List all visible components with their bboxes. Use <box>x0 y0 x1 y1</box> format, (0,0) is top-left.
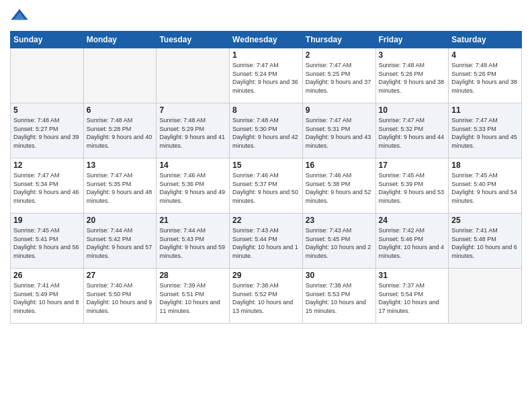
calendar-cell: 29Sunrise: 7:38 AM Sunset: 5:52 PM Dayli… <box>230 269 303 324</box>
calendar-cell: 19Sunrise: 7:45 AM Sunset: 5:41 PM Dayli… <box>11 214 84 269</box>
day-detail: Sunrise: 7:47 AM Sunset: 5:31 PM Dayligh… <box>306 116 373 150</box>
calendar-cell: 23Sunrise: 7:43 AM Sunset: 5:45 PM Dayli… <box>302 214 375 269</box>
day-number: 11 <box>451 105 519 115</box>
day-number: 4 <box>451 50 519 60</box>
calendar-cell: 18Sunrise: 7:45 AM Sunset: 5:40 PM Dayli… <box>449 158 522 214</box>
day-detail: Sunrise: 7:46 AM Sunset: 5:36 PM Dayligh… <box>159 171 226 205</box>
day-number: 8 <box>232 105 300 115</box>
day-number: 31 <box>379 271 446 280</box>
day-detail: Sunrise: 7:47 AM Sunset: 5:25 PM Dayligh… <box>306 61 373 95</box>
day-number: 21 <box>159 216 226 225</box>
day-number: 27 <box>87 271 154 280</box>
day-detail: Sunrise: 7:48 AM Sunset: 5:26 PM Dayligh… <box>451 61 519 95</box>
calendar-cell: 21Sunrise: 7:44 AM Sunset: 5:43 PM Dayli… <box>157 214 230 269</box>
logo-icon <box>10 7 29 26</box>
header <box>10 7 522 26</box>
calendar-cell: 7Sunrise: 7:48 AM Sunset: 5:29 PM Daylig… <box>157 103 230 158</box>
day-detail: Sunrise: 7:43 AM Sunset: 5:45 PM Dayligh… <box>306 226 373 260</box>
logo <box>10 7 32 26</box>
calendar-cell: 5Sunrise: 7:48 AM Sunset: 5:27 PM Daylig… <box>11 103 84 158</box>
day-number: 28 <box>159 271 226 280</box>
day-detail: Sunrise: 7:47 AM Sunset: 5:24 PM Dayligh… <box>232 61 300 95</box>
day-detail: Sunrise: 7:46 AM Sunset: 5:38 PM Dayligh… <box>306 171 373 205</box>
calendar-cell <box>449 269 522 324</box>
day-number: 15 <box>232 161 300 170</box>
day-detail: Sunrise: 7:42 AM Sunset: 5:46 PM Dayligh… <box>379 226 446 260</box>
weekday-header-saturday: Saturday <box>449 32 522 48</box>
day-detail: Sunrise: 7:47 AM Sunset: 5:35 PM Dayligh… <box>87 171 154 205</box>
week-row-2: 12Sunrise: 7:47 AM Sunset: 5:34 PM Dayli… <box>11 158 522 214</box>
day-detail: Sunrise: 7:38 AM Sunset: 5:53 PM Dayligh… <box>306 281 373 315</box>
weekday-header-thursday: Thursday <box>302 32 375 48</box>
day-detail: Sunrise: 7:48 AM Sunset: 5:26 PM Dayligh… <box>379 61 446 95</box>
day-number: 9 <box>306 105 373 115</box>
calendar-cell: 8Sunrise: 7:48 AM Sunset: 5:30 PM Daylig… <box>230 103 303 158</box>
week-row-1: 5Sunrise: 7:48 AM Sunset: 5:27 PM Daylig… <box>11 103 522 158</box>
calendar-cell: 4Sunrise: 7:48 AM Sunset: 5:26 PM Daylig… <box>449 48 522 103</box>
day-number: 17 <box>379 161 446 170</box>
day-number: 12 <box>13 161 81 170</box>
day-number: 10 <box>379 105 446 115</box>
calendar-cell: 12Sunrise: 7:47 AM Sunset: 5:34 PM Dayli… <box>11 158 84 214</box>
calendar-cell: 25Sunrise: 7:41 AM Sunset: 5:48 PM Dayli… <box>449 214 522 269</box>
day-number: 26 <box>13 271 81 280</box>
calendar-cell: 15Sunrise: 7:46 AM Sunset: 5:37 PM Dayli… <box>230 158 303 214</box>
day-detail: Sunrise: 7:45 AM Sunset: 5:41 PM Dayligh… <box>13 226 81 260</box>
weekday-header-sunday: Sunday <box>11 32 84 48</box>
day-number: 2 <box>306 50 373 60</box>
weekday-header-friday: Friday <box>375 32 449 48</box>
calendar-cell: 26Sunrise: 7:41 AM Sunset: 5:49 PM Dayli… <box>11 269 84 324</box>
day-number: 24 <box>379 216 446 225</box>
calendar-cell: 11Sunrise: 7:47 AM Sunset: 5:33 PM Dayli… <box>449 103 522 158</box>
calendar-cell: 28Sunrise: 7:39 AM Sunset: 5:51 PM Dayli… <box>157 269 230 324</box>
calendar-cell <box>83 48 157 103</box>
day-detail: Sunrise: 7:43 AM Sunset: 5:44 PM Dayligh… <box>232 226 300 260</box>
day-detail: Sunrise: 7:39 AM Sunset: 5:51 PM Dayligh… <box>159 281 226 315</box>
weekday-header-row: SundayMondayTuesdayWednesdayThursdayFrid… <box>11 32 522 48</box>
weekday-header-monday: Monday <box>83 32 157 48</box>
calendar-cell: 2Sunrise: 7:47 AM Sunset: 5:25 PM Daylig… <box>302 48 375 103</box>
day-detail: Sunrise: 7:41 AM Sunset: 5:49 PM Dayligh… <box>13 281 81 315</box>
day-number: 13 <box>87 161 154 170</box>
weekday-header-tuesday: Tuesday <box>157 32 230 48</box>
day-number: 3 <box>379 50 446 60</box>
day-number: 6 <box>87 105 154 115</box>
calendar-cell: 14Sunrise: 7:46 AM Sunset: 5:36 PM Dayli… <box>157 158 230 214</box>
day-number: 20 <box>87 216 154 225</box>
calendar-cell: 1Sunrise: 7:47 AM Sunset: 5:24 PM Daylig… <box>230 48 303 103</box>
calendar-cell: 24Sunrise: 7:42 AM Sunset: 5:46 PM Dayli… <box>375 214 449 269</box>
calendar-cell: 27Sunrise: 7:40 AM Sunset: 5:50 PM Dayli… <box>83 269 157 324</box>
calendar: SundayMondayTuesdayWednesdayThursdayFrid… <box>10 31 522 324</box>
day-detail: Sunrise: 7:48 AM Sunset: 5:27 PM Dayligh… <box>13 116 81 150</box>
page: SundayMondayTuesdayWednesdayThursdayFrid… <box>0 0 532 411</box>
calendar-cell: 13Sunrise: 7:47 AM Sunset: 5:35 PM Dayli… <box>83 158 157 214</box>
calendar-cell: 10Sunrise: 7:47 AM Sunset: 5:32 PM Dayli… <box>375 103 449 158</box>
day-detail: Sunrise: 7:48 AM Sunset: 5:28 PM Dayligh… <box>87 116 154 150</box>
calendar-cell: 20Sunrise: 7:44 AM Sunset: 5:42 PM Dayli… <box>83 214 157 269</box>
calendar-cell: 22Sunrise: 7:43 AM Sunset: 5:44 PM Dayli… <box>230 214 303 269</box>
day-detail: Sunrise: 7:45 AM Sunset: 5:40 PM Dayligh… <box>451 171 519 205</box>
day-number: 29 <box>232 271 300 280</box>
day-detail: Sunrise: 7:47 AM Sunset: 5:34 PM Dayligh… <box>13 171 81 205</box>
day-detail: Sunrise: 7:41 AM Sunset: 5:48 PM Dayligh… <box>451 226 519 260</box>
day-number: 16 <box>306 161 373 170</box>
calendar-cell: 31Sunrise: 7:37 AM Sunset: 5:54 PM Dayli… <box>375 269 449 324</box>
day-detail: Sunrise: 7:44 AM Sunset: 5:42 PM Dayligh… <box>87 226 154 260</box>
calendar-cell: 30Sunrise: 7:38 AM Sunset: 5:53 PM Dayli… <box>302 269 375 324</box>
day-number: 25 <box>451 216 519 225</box>
calendar-cell: 16Sunrise: 7:46 AM Sunset: 5:38 PM Dayli… <box>302 158 375 214</box>
week-row-4: 26Sunrise: 7:41 AM Sunset: 5:49 PM Dayli… <box>11 269 522 324</box>
day-number: 1 <box>232 50 300 60</box>
day-number: 22 <box>232 216 300 225</box>
day-detail: Sunrise: 7:38 AM Sunset: 5:52 PM Dayligh… <box>232 281 300 315</box>
calendar-cell <box>11 48 84 103</box>
calendar-cell <box>157 48 230 103</box>
day-number: 30 <box>306 271 373 280</box>
day-number: 23 <box>306 216 373 225</box>
day-detail: Sunrise: 7:45 AM Sunset: 5:39 PM Dayligh… <box>379 171 446 205</box>
day-detail: Sunrise: 7:37 AM Sunset: 5:54 PM Dayligh… <box>379 281 446 315</box>
day-number: 7 <box>159 105 226 115</box>
calendar-cell: 3Sunrise: 7:48 AM Sunset: 5:26 PM Daylig… <box>375 48 449 103</box>
day-number: 5 <box>13 105 81 115</box>
calendar-cell: 9Sunrise: 7:47 AM Sunset: 5:31 PM Daylig… <box>302 103 375 158</box>
